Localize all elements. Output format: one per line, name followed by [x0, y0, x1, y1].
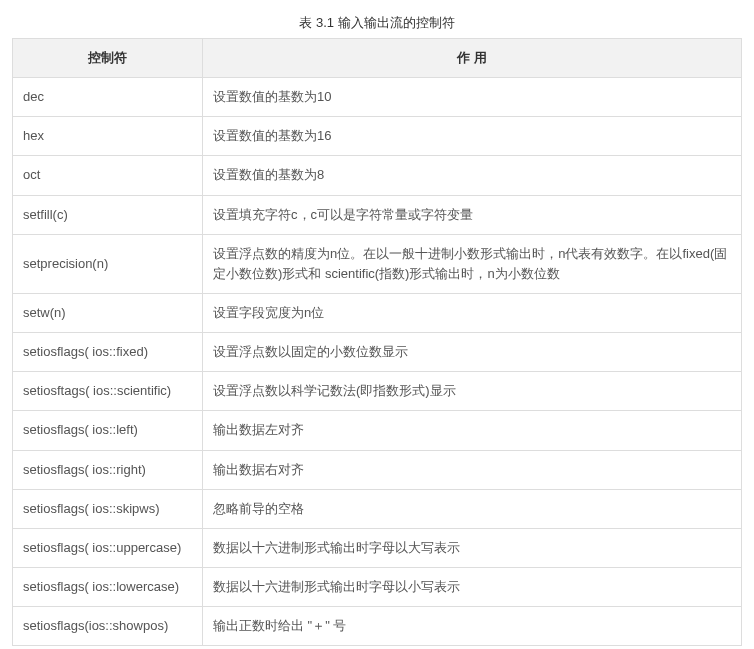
- table-row: setiosflags( ios::skipws)忽略前导的空格: [13, 489, 742, 528]
- cell-manipulator: setfill(c): [13, 195, 203, 234]
- table-row: setiosflags( ios::right)输出数据右对齐: [13, 450, 742, 489]
- table-row: hex设置数值的基数为16: [13, 117, 742, 156]
- header-effect: 作 用: [203, 39, 742, 78]
- cell-manipulator: setiosflags( ios::uppercase): [13, 528, 203, 567]
- cell-manipulator: setiosflags( ios::fixed): [13, 333, 203, 372]
- cell-effect: 设置浮点数的精度为n位。在以一般十进制小数形式输出时，n代表有效数字。在以fix…: [203, 234, 742, 293]
- cell-manipulator: setiosflags(ios::showpos): [13, 607, 203, 646]
- cell-manipulator: oct: [13, 156, 203, 195]
- table-row: setprecision(n)设置浮点数的精度为n位。在以一般十进制小数形式输出…: [13, 234, 742, 293]
- cell-effect: 设置字段宽度为n位: [203, 293, 742, 332]
- cell-manipulator: dec: [13, 78, 203, 117]
- cell-effect: 设置数值的基数为10: [203, 78, 742, 117]
- cell-manipulator: setiosftags( ios::scientific): [13, 372, 203, 411]
- table-row: setiosflags( ios::left)输出数据左对齐: [13, 411, 742, 450]
- cell-manipulator: setw(n): [13, 293, 203, 332]
- table-row: dec设置数值的基数为10: [13, 78, 742, 117]
- header-manipulator: 控制符: [13, 39, 203, 78]
- table-row: setiosflags( ios::fixed)设置浮点数以固定的小数位数显示: [13, 333, 742, 372]
- manipulators-table: 控制符 作 用 dec设置数值的基数为10hex设置数值的基数为16oct设置数…: [12, 38, 742, 646]
- table-row: setiosflags( ios::lowercase)数据以十六进制形式输出时…: [13, 567, 742, 606]
- cell-manipulator: setiosflags( ios::right): [13, 450, 203, 489]
- table-row: setiosflags( ios::uppercase)数据以十六进制形式输出时…: [13, 528, 742, 567]
- table-row: setiosftags( ios::scientific)设置浮点数以科学记数法…: [13, 372, 742, 411]
- cell-effect: 忽略前导的空格: [203, 489, 742, 528]
- table-row: setw(n)设置字段宽度为n位: [13, 293, 742, 332]
- cell-effect: 数据以十六进制形式输出时字母以大写表示: [203, 528, 742, 567]
- table-header-row: 控制符 作 用: [13, 39, 742, 78]
- cell-effect: 设置填充字符c，c可以是字符常量或字符变量: [203, 195, 742, 234]
- cell-effect: 输出数据左对齐: [203, 411, 742, 450]
- cell-manipulator: hex: [13, 117, 203, 156]
- cell-manipulator: setiosflags( ios::skipws): [13, 489, 203, 528]
- cell-manipulator: setiosflags( ios::left): [13, 411, 203, 450]
- cell-effect: 设置数值的基数为16: [203, 117, 742, 156]
- cell-effect: 设置数值的基数为8: [203, 156, 742, 195]
- table-caption: 表 3.1 输入输出流的控制符: [12, 14, 742, 32]
- table-row: oct设置数值的基数为8: [13, 156, 742, 195]
- cell-effect: 输出数据右对齐: [203, 450, 742, 489]
- cell-manipulator: setprecision(n): [13, 234, 203, 293]
- cell-effect: 设置浮点数以科学记数法(即指数形式)显示: [203, 372, 742, 411]
- cell-effect: 设置浮点数以固定的小数位数显示: [203, 333, 742, 372]
- cell-manipulator: setiosflags( ios::lowercase): [13, 567, 203, 606]
- table-row: setiosflags(ios::showpos)输出正数时给出 "＋" 号: [13, 607, 742, 646]
- cell-effect: 输出正数时给出 "＋" 号: [203, 607, 742, 646]
- table-row: setfill(c)设置填充字符c，c可以是字符常量或字符变量: [13, 195, 742, 234]
- cell-effect: 数据以十六进制形式输出时字母以小写表示: [203, 567, 742, 606]
